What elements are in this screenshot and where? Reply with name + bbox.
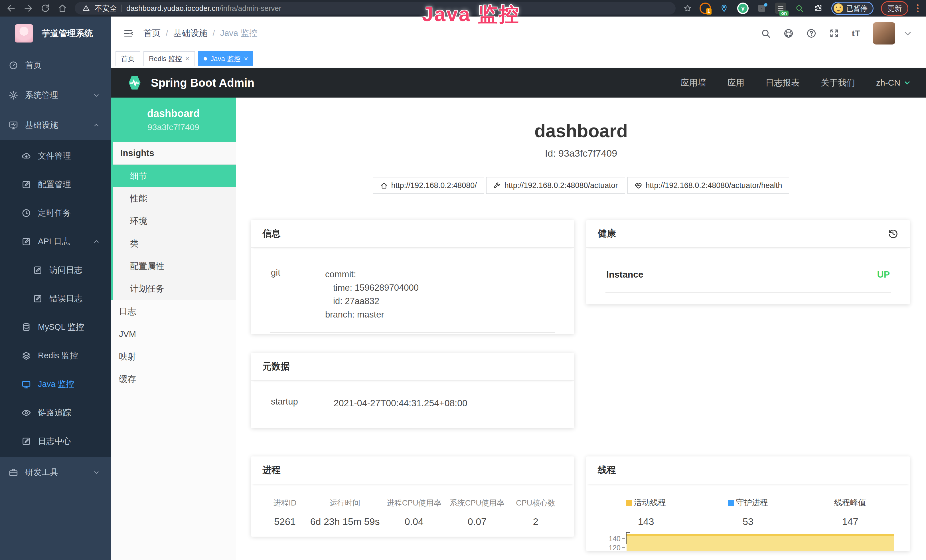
nav-item-caches[interactable]: 缓存 (111, 368, 236, 390)
process-headers: 进程ID 运行时间 进程CPU使用率 系统CPU使用率 CPU核心数 (262, 498, 563, 508)
instance-name: dashboard (147, 107, 200, 120)
sidebar-item-home[interactable]: 首页 (0, 50, 111, 80)
service-url-button[interactable]: http://192.168.0.2:48080/ (373, 177, 484, 194)
legend-swatch-amber (626, 500, 632, 506)
y-tick-140: 140 (595, 534, 620, 543)
sidebar-item-log-center[interactable]: 日志中心 (0, 427, 111, 456)
history-icon[interactable] (888, 228, 898, 239)
font-size-icon[interactable]: tT (852, 29, 860, 38)
sba-nav-journal[interactable]: 日志报表 (766, 77, 800, 89)
y-axis-top-tick (626, 532, 630, 533)
sba-nav-applications[interactable]: 应用 (727, 77, 744, 89)
nav-item-environment[interactable]: 环境 (113, 210, 236, 232)
sidebar-item-mysql[interactable]: MySQL 监控 (0, 313, 111, 342)
actuator-url-button[interactable]: http://192.168.0.2:48080/actuator (486, 177, 625, 194)
sidebar-item-api-log[interactable]: API 日志 (0, 227, 111, 256)
divider (605, 292, 891, 293)
security-label[interactable]: 不安全 (95, 3, 117, 14)
user-avatar[interactable] (873, 22, 895, 44)
browser-profile-chip[interactable]: 已暂停 (831, 2, 873, 15)
sba-nav-about[interactable]: 关于我们 (821, 77, 855, 89)
extensions-puzzle-icon[interactable] (813, 3, 824, 14)
sidebar-item-config[interactable]: 配置管理 (0, 170, 111, 199)
nav-item-metrics[interactable]: 性能 (113, 187, 236, 210)
nav-item-logs[interactable]: 日志 (111, 300, 236, 322)
close-icon[interactable]: × (244, 55, 248, 63)
reload-icon[interactable] (41, 3, 50, 13)
edit-icon (33, 265, 42, 275)
sba-logo-icon[interactable] (126, 74, 144, 92)
sidebar-item-error-log[interactable]: 错误日志 (0, 285, 111, 313)
instance-header[interactable]: dashboard 93a3fc7f7409 (111, 98, 236, 142)
chevron-down-icon (903, 79, 911, 87)
address-bar[interactable]: 不安全 dashboard.yudao.iocoder.cn/infra/adm… (75, 2, 676, 15)
help-icon[interactable] (806, 28, 817, 38)
nav-item-jvm[interactable]: JVM (111, 322, 236, 345)
language-selector[interactable]: zh-CN (876, 78, 911, 88)
hamburger-icon[interactable] (123, 28, 134, 39)
nav-item-scheduled-tasks[interactable]: 计划任务 (113, 277, 236, 300)
health-instance-row[interactable]: Instance UP (599, 269, 897, 280)
profile-status: 已暂停 (846, 4, 867, 13)
nav-item-classes[interactable]: 类 (113, 232, 236, 255)
sidebar-item-dev-tools[interactable]: 研发工具 (0, 457, 111, 487)
extension-pin-icon[interactable] (719, 3, 730, 14)
chevron-down-icon[interactable] (903, 28, 913, 38)
threads-card: 线程 活动线程 守护进程 线程峰值 143 53 1 (586, 456, 910, 551)
extension-grid-icon[interactable] (756, 3, 767, 14)
database-icon (21, 322, 31, 332)
back-icon[interactable] (6, 3, 16, 13)
info-card-title: 信息 (251, 220, 574, 248)
edit-icon (21, 237, 31, 247)
sidebar-item-job[interactable]: 定时任务 (0, 199, 111, 227)
breadcrumb-current: Java 监控 (220, 27, 258, 39)
chrome-update-button[interactable]: 更新 (881, 1, 908, 16)
sidebar-item-access-log[interactable]: 访问日志 (0, 256, 111, 285)
search-icon[interactable] (761, 28, 771, 38)
app-logo-row[interactable]: 芋道管理系统 (0, 17, 111, 50)
tick-mark (622, 547, 625, 548)
page-title: dashboard (236, 120, 926, 141)
live-threads-value: 143 (595, 516, 697, 527)
threads-values: 143 53 147 (595, 516, 901, 527)
breadcrumb-infra[interactable]: 基础设施 (173, 27, 207, 39)
extension-colorzilla-icon[interactable]: 1 (699, 3, 711, 14)
health-url-button[interactable]: http://192.168.0.2:48080/actuator/health (627, 177, 790, 194)
sidebar-item-java-monitor[interactable]: Java 监控 (0, 370, 111, 398)
extension-yuque-icon[interactable]: y (737, 3, 749, 14)
extension-leaf-icon[interactable] (794, 3, 805, 14)
nav-item-details[interactable]: 细节 (113, 165, 236, 187)
fullscreen-icon[interactable] (829, 28, 839, 38)
process-cpu: 0.04 (383, 516, 445, 527)
sidebar-item-trace[interactable]: 链路追踪 (0, 398, 111, 427)
breadcrumb-home[interactable]: 首页 (144, 27, 160, 39)
sidebar-item-system[interactable]: 系统管理 (0, 80, 111, 110)
sidebar-item-infra[interactable]: 基础设施 (0, 110, 111, 140)
warning-icon (82, 4, 90, 12)
sba-brand[interactable]: Spring Boot Admin (151, 76, 254, 89)
browser-home-icon[interactable] (57, 3, 67, 13)
tab-java-monitor[interactable]: Java 监控 × (198, 51, 253, 66)
browser-menu-icon[interactable] (916, 3, 920, 14)
tab-redis-monitor[interactable]: Redis 监控 × (144, 51, 195, 66)
sba-nav-wallboard[interactable]: 应用墙 (681, 77, 706, 89)
heartbeat-icon (634, 182, 642, 189)
briefcase-icon (9, 468, 18, 477)
forward-icon[interactable] (23, 3, 33, 13)
extension-on-badge: on (779, 11, 788, 16)
nav-item-mappings[interactable]: 映射 (111, 345, 236, 368)
status-badge: UP (877, 269, 890, 280)
sidebar-item-file[interactable]: 文件管理 (0, 142, 111, 170)
nav-item-config-props[interactable]: 配置属性 (113, 255, 236, 277)
extension-onetab-icon[interactable]: on (775, 3, 786, 14)
cloud-upload-icon (21, 151, 31, 161)
bookmark-star-icon[interactable] (683, 4, 692, 13)
url-text[interactable]: dashboard.yudao.iocoder.cn/infra/admin-s… (126, 4, 281, 13)
close-icon[interactable]: × (185, 55, 189, 63)
edit-icon (33, 294, 42, 304)
sidebar-item-redis[interactable]: Redis 监控 (0, 342, 111, 370)
tab-active-dot (204, 57, 207, 61)
tab-home[interactable]: 首页 (115, 51, 140, 66)
github-icon[interactable] (784, 28, 794, 38)
daemon-threads-value: 53 (697, 516, 799, 527)
